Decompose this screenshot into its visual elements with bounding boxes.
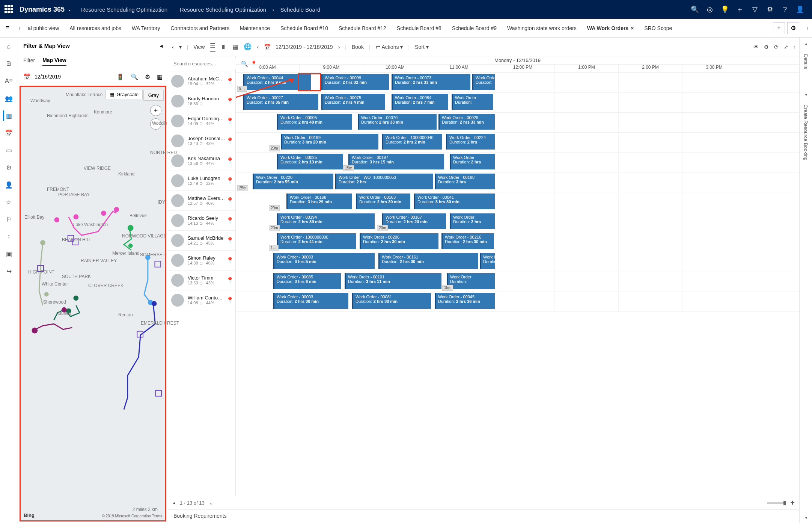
booking-block[interactable]: Work Order - 00194Duration: 2 hrs 39 min [277,213,375,229]
expand-icon[interactable]: ⤢ [784,44,788,50]
people-icon[interactable]: 👥 [4,93,14,104]
booking-block[interactable]: Work Order - 00073Duration: 2 hrs 33 min [392,74,470,90]
tab-scroll-right[interactable]: › [803,25,812,32]
layout-icon[interactable]: ▣ [4,249,14,259]
booking-requirements-panel[interactable]: Booking Requirements [168,509,799,523]
zoom-out-icon[interactable]: − [760,500,763,506]
search-icon[interactable]: 🔍 [687,0,702,19]
zoom-slider[interactable] [767,502,786,504]
booking-block[interactable]: Work Order - 00206Duration: 2 hrs 30 min [360,233,438,249]
booking-block[interactable]: Work Order - 00099Duration: 2 hrs 32 min [321,74,389,90]
details-tab[interactable]: Details [803,54,809,69]
booking-block[interactable]: Work Order - WO -1000000053Duration: 2 h… [335,174,433,189]
board-tab[interactable]: SRO Scope [644,24,672,33]
gear-icon[interactable]: ⚙ [4,162,14,173]
map-settings-icon[interactable]: ⚙ [145,73,150,80]
booking-block[interactable]: Work Order - 00070Duration: 2 hrs 33 min [358,114,437,130]
pager-expand-icon[interactable]: ⌄ [209,500,213,506]
view-map-icon[interactable]: 🌐 [244,43,252,51]
booking-block[interactable]: Work Order - 00101Duration: 3 hrs 11 min [345,273,441,289]
booking-block[interactable]: Work Order - 00029Duration: 2 hrs 33 min [438,114,495,130]
booking-block[interactable]: Work Order - 00163Duration: 2 hrs 30 min [356,193,410,209]
nav-prev-icon[interactable]: ‹ [172,44,174,50]
booking-block[interactable]: Work OrderDuration: [452,94,493,110]
brand-chevron-icon[interactable]: ⌄ [68,7,71,12]
create-booking-tab[interactable]: Create Resource Booking [803,104,809,160]
actions-dropdown[interactable]: ⇄ Actions ▾ [376,44,403,50]
resource-row[interactable]: William Conto… 14:08 ⊙ 44% 📍 [168,290,235,310]
booking-block[interactable]: Work OrderDuration: 2 hrs [450,154,495,169]
booking-block[interactable]: Work OrderDuration: [472,74,495,90]
nav-dropdown-icon[interactable]: ▾ [179,44,182,50]
board-tab[interactable]: WA Work Orders× [587,24,634,33]
board-tab[interactable]: Schedule Board #10 [280,24,328,33]
map-legend-icon[interactable]: ▦ [157,73,163,80]
traffic-icon[interactable]: 🚦 [116,73,124,80]
booking-block[interactable]: Work Order - 00044Duration: 2 hrs 9 min [243,74,311,90]
booking-block[interactable]: Work Order - 00188Duration: 3 hrs [435,174,495,189]
sort-icon[interactable]: ↕ [4,231,14,242]
date-calendar-icon[interactable]: 📅 [264,44,270,50]
resource-row[interactable]: Luke Lundgren 12:49 ⊙ 32% 📍 [168,171,235,191]
booking-block[interactable]: Work Order - 1000000000Duration: 2 hrs 4… [277,233,356,249]
next-pane-icon[interactable]: › [794,44,795,50]
resource-row[interactable]: Abraham McC… 19:04 ⊙ 32% 📍 [168,71,235,91]
booking-block[interactable]: Work Order - 00084Duration: 2 hrs 7 min [392,94,448,110]
view-grid-icon[interactable]: ▦ [232,43,238,51]
resource-row[interactable]: Kris Nakamura 13:56 ⊙ 44% 📍 [168,151,235,171]
board-tab[interactable]: Contractors and Partners [170,24,229,33]
account-icon[interactable]: 👤 [792,0,807,19]
booking-block[interactable]: Work Order - 00161Duration: 2 hrs 30 min [378,253,478,269]
zoom-in-icon[interactable]: + [790,499,795,507]
right-nav-left[interactable]: ◂ [805,515,807,520]
resource-row[interactable]: Matthew Evers… 12:57 ⊙ 40% 📍 [168,191,235,211]
booking-block[interactable]: Work Order - 1000000000Duration: [480,253,495,269]
view-hourly-icon[interactable]: ☰ [210,42,215,51]
booking-block[interactable]: Work Order - 00224Duration: 2 hrs [446,134,495,150]
board-tab[interactable]: All resources and jobs [69,24,121,33]
booking-block[interactable]: Work Order - 00003Duration: 2 hrs 30 min [273,293,348,309]
resource-row[interactable]: Joseph Gonsal… 13:43 ⊙ 43% 📍 [168,131,235,151]
collapse-panel-icon[interactable]: ◂ [160,43,163,49]
board-tab[interactable]: Maintenance [240,24,270,33]
filter-icon[interactable]: ▽ [747,0,762,19]
gray-label[interactable]: Gray [143,90,164,101]
board-gear-icon[interactable]: ⚙ [764,44,769,50]
board-tab[interactable]: Schedule Board #8 [397,24,441,33]
home-icon[interactable]: ⌂ [4,41,14,52]
tab-scroll-left[interactable]: ‹ [15,25,24,32]
date-next-icon[interactable]: › [338,44,340,50]
resource-row[interactable]: Simon Raley 14:38 ⊙ 46% 📍 [168,251,235,271]
booking-block[interactable]: Work Order - 00041Duration: 3 hrs 30 min [414,193,495,209]
grayscale-toggle[interactable]: ▦ Grayscale [105,90,143,99]
pinned-icon[interactable]: A≡ [4,76,14,86]
new-board-button[interactable]: ＋ [773,22,785,34]
add-icon[interactable]: ＋ [732,0,747,19]
booking-block[interactable]: Work Order - 00216Duration: 2 hrs 30 min [441,233,494,249]
app-launcher-icon[interactable] [5,5,14,14]
map-view-tab[interactable]: Map View [42,57,66,66]
board-tab[interactable]: Schedule Board #12 [339,24,386,33]
refresh-icon[interactable]: ⟳ [774,44,779,50]
right-collapse-icon-2[interactable]: ◂ [805,92,807,97]
resource-row[interactable]: Victor Timm 13:53 ⊙ 43% 📍 [168,271,235,290]
date-range[interactable]: 12/13/2019 - 12/18/2019 [276,44,333,50]
booking-block[interactable]: Work OrderDuration: [447,273,495,289]
booking-block[interactable]: Work Order - 00027Duration: 2 hrs 35 min [243,94,318,110]
flag-icon[interactable]: ⚐ [4,214,14,225]
board-tab[interactable]: Washington state work orders [507,24,577,33]
settings-icon[interactable]: ⚙ [762,0,777,19]
date-prev-icon[interactable]: ‹ [257,44,259,50]
task-icon[interactable]: ◎ [702,0,717,19]
book-button[interactable]: Book [352,44,364,50]
redirect-icon[interactable]: ↪ [4,266,14,277]
visibility-icon[interactable]: 👁 [753,44,759,50]
booking-block[interactable]: Work OrderDuration: 2 hrs [450,213,495,229]
resource-row[interactable]: Brady Hannon 16:36 ⊙ 📍 [168,91,235,111]
booking-block[interactable]: Work Order - 00168Duration: 3 hrs 29 min [286,193,352,209]
view-daily-icon[interactable]: ⫼ [221,43,227,51]
resource-row[interactable]: Edgar Dominq… 14:09 ⊙ 44% 📍 [168,111,235,131]
resource-row[interactable]: Samuel McBride 14:21 ⊙ 45% 📍 [168,231,235,251]
calendar-icon[interactable]: 📅 [23,73,31,80]
calendar-icon[interactable]: 📅 [4,128,14,138]
